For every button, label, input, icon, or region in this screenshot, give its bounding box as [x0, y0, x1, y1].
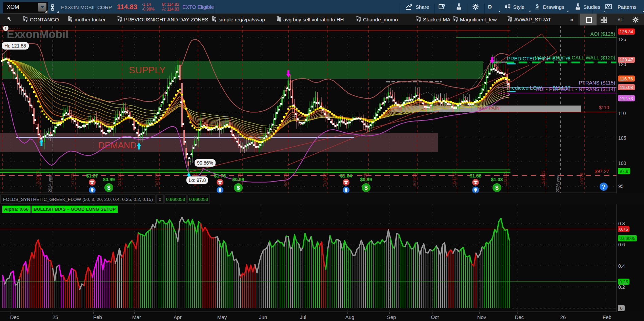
svg-text:BULLISH BIAS – GOOD LONG SETUP: BULLISH BIAS – GOOD LONG SETUP — [34, 207, 116, 212]
svg-text:112.73: 112.73 — [620, 96, 633, 101]
svg-text:105: 105 — [618, 135, 626, 141]
svg-text:97.8: 97.8 — [620, 169, 628, 174]
svg-text:126.34: 126.34 — [620, 29, 633, 34]
svg-text:ExxonMobil: ExxonMobil — [7, 28, 68, 40]
svg-text:Lo: 97.8: Lo: 97.8 — [189, 177, 206, 183]
svg-text:!: ! — [443, 4, 444, 7]
svg-text:$: $ — [536, 3, 539, 9]
svg-text:$1.88: $1.88 — [469, 173, 481, 178]
svg-text:0.660053: 0.660053 — [166, 197, 185, 202]
svg-text:0.6: 0.6 — [618, 242, 625, 247]
svg-text:PTRANS ($115): PTRANS ($115) — [579, 80, 615, 86]
svg-text:0.25: 0.25 — [619, 279, 628, 284]
svg-text:?: ? — [602, 184, 605, 190]
svg-text:1/16/26: 1/16/26 — [579, 173, 584, 186]
svg-text:9/19/25: 9/19/25 — [412, 173, 417, 186]
svg-text:Nov: Nov — [477, 314, 486, 320]
svg-text:120.47: 120.47 — [620, 57, 633, 62]
svg-text:Feb: Feb — [603, 314, 611, 320]
svg-text:$: $ — [364, 185, 368, 191]
svg-text:2026 year: 2026 year — [556, 174, 560, 192]
svg-text:95: 95 — [618, 184, 624, 189]
svg-text:PREDICTED HIGH: PREDICTED HIGH — [507, 56, 550, 61]
svg-text:Jul: Jul — [300, 314, 306, 320]
svg-text:2/21/25: 2/21/25 — [117, 173, 122, 186]
svg-text:0.660053: 0.660053 — [189, 197, 208, 202]
svg-text:Hi: 121.88: Hi: 121.88 — [4, 43, 26, 49]
svg-text:AOI - PUT WALL - NTRANS ($114): AOI - PUT WALL - NTRANS ($114) — [536, 86, 615, 92]
svg-text:115.08: 115.08 — [620, 85, 633, 90]
svg-text:$119.78: $119.78 — [552, 56, 570, 61]
svg-text:May: May — [217, 314, 227, 320]
svg-text:0.2: 0.2 — [618, 284, 625, 290]
svg-text:$1.76: $1.76 — [214, 173, 226, 178]
svg-text:25: 25 — [53, 314, 58, 320]
svg-text:!: ! — [5, 26, 7, 31]
svg-text:$97.27: $97.27 — [595, 169, 609, 174]
svg-text:AOI ($125): AOI ($125) — [590, 31, 615, 37]
svg-text:Apr: Apr — [174, 314, 181, 320]
svg-text:100: 100 — [618, 160, 626, 166]
svg-text:Alpha: 0.66: Alpha: 0.66 — [4, 207, 29, 212]
svg-text:12/19/25: 12/19/25 — [541, 170, 546, 186]
svg-text:0: 0 — [159, 197, 161, 202]
svg-text:$1.64: $1.64 — [340, 173, 352, 178]
svg-text:$0.99: $0.99 — [360, 177, 372, 182]
svg-text:0.4: 0.4 — [618, 263, 625, 269]
svg-text:$: $ — [107, 185, 110, 191]
svg-text:7/18/25: 7/18/25 — [323, 173, 327, 186]
svg-text:Sep: Sep — [387, 314, 396, 320]
svg-text:Mar: Mar — [132, 314, 141, 320]
svg-text:$: $ — [237, 185, 240, 191]
svg-text:0.75: 0.75 — [619, 227, 628, 232]
svg-text:SUPPLY: SUPPLY — [129, 65, 166, 75]
svg-text:Dec: Dec — [515, 314, 524, 320]
svg-text:DEMAND: DEMAND — [98, 140, 137, 150]
svg-text:110: 110 — [618, 111, 626, 116]
svg-text:MAX PAIN: MAX PAIN — [477, 105, 500, 111]
svg-text:116.76: 116.76 — [620, 76, 633, 81]
svg-text:90.86%: 90.86% — [197, 160, 213, 166]
svg-text:26: 26 — [560, 314, 566, 320]
svg-text:FOLDS_SYNTHETIC_GREEK_FLOW (50: FOLDS_SYNTHETIC_GREEK_FLOW (50, 3, 20, 2… — [3, 197, 153, 202]
svg-text:$1.67: $1.67 — [86, 173, 98, 178]
svg-text:Jun: Jun — [259, 314, 267, 320]
svg-text:Feb: Feb — [93, 314, 102, 320]
svg-text:$0.99: $0.99 — [232, 177, 244, 182]
svg-text:0.8: 0.8 — [618, 221, 625, 226]
svg-text:Aug: Aug — [345, 314, 355, 320]
svg-text:$1.03: $1.03 — [491, 177, 503, 182]
svg-text:Dec: Dec — [10, 314, 19, 320]
svg-text:1/17/25: 1/17/25 — [70, 173, 75, 186]
svg-text:$0.99: $0.99 — [103, 177, 115, 182]
svg-text:$110: $110 — [599, 105, 609, 110]
svg-text:2024 year: 2024 year — [48, 174, 53, 192]
svg-text:0.66005: 0.66005 — [620, 236, 636, 241]
svg-text:$: $ — [495, 185, 499, 191]
svg-text:0: 0 — [620, 306, 622, 311]
svg-text:125: 125 — [618, 37, 626, 42]
svg-text:Oct: Oct — [431, 314, 439, 320]
svg-text:3/21/25: 3/21/25 — [155, 173, 159, 186]
